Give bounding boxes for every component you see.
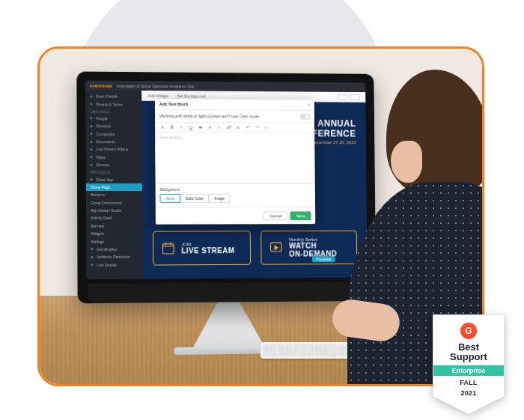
cta-live-stream[interactable]: JOIN LIVE STREAM (153, 231, 251, 265)
monitor: eventmobi Association of Senior Executiv… (76, 71, 376, 303)
sidebar-item-live-display[interactable]: Live Display (86, 261, 142, 269)
sidebar-item-companies[interactable]: Companies (86, 130, 142, 139)
sidebar-item-event-app[interactable]: Event App (86, 175, 142, 183)
monitor-chin (88, 281, 366, 303)
tab-add-widget[interactable]: Add Widget (147, 93, 168, 97)
sidebar-item-group-discussions[interactable]: Group Discussions (86, 198, 142, 206)
more-button[interactable]: ⋯ (263, 125, 269, 130)
sidebar-item-gamification[interactable]: Gamification (86, 245, 142, 253)
sidebar: Event Details Privacy & Terms LIBRARIES … (85, 90, 142, 279)
svg-rect-0 (162, 244, 174, 254)
add-text-block-modal: Add Text Block × Working with white or l… (155, 99, 315, 225)
photo-card: eventmobi Association of Senior Executiv… (37, 46, 484, 386)
g2-tier-band: Enterprise (433, 365, 504, 376)
dark-mode-row: Working with white or light-colored text… (155, 110, 314, 124)
align-button[interactable]: ≡ (235, 125, 241, 130)
g2-season: FALL (439, 379, 498, 386)
text-editor[interactable]: Start writing… (155, 133, 315, 185)
cta-row: JOIN LIVE STREAM Monthly Series WATCH ON… (153, 231, 357, 266)
strike-button[interactable]: S (198, 125, 204, 130)
modal-footer: Cancel Save (156, 207, 316, 225)
modal-header: Add Text Block × (155, 99, 314, 111)
sidebar-item-people[interactable]: People (85, 115, 141, 123)
italic-button[interactable]: I (178, 125, 184, 130)
sidebar-item-maps[interactable]: Maps (86, 153, 142, 161)
sidebar-item-banners[interactable]: Banners (86, 222, 142, 230)
link-button[interactable]: 🔗 (226, 125, 232, 130)
sidebar-item-event-details[interactable]: Event Details (85, 92, 141, 100)
seg-none[interactable]: None (160, 194, 180, 203)
sidebar-item-app-design-studio[interactable]: App Design Studio (86, 207, 142, 214)
sidebar-header-libraries: LIBRARIES (85, 108, 141, 115)
underline-button[interactable]: U (188, 125, 194, 130)
person-face (391, 141, 422, 183)
redo-button[interactable]: ↷ (254, 125, 260, 130)
modal-title: Add Text Block (159, 102, 189, 106)
tab-set-background[interactable]: Set Background (177, 94, 206, 98)
unordered-list-button[interactable]: • (216, 125, 222, 130)
g2-logo-icon: G (460, 323, 477, 339)
breadcrumb: Association of Senior Executive Assistan… (117, 83, 194, 88)
sidebar-item-audience-response[interactable]: Audience Response (86, 253, 142, 261)
sidebar-item-activity-feed[interactable]: Activity Feed (86, 214, 142, 222)
cta-join-big: LIVE STREAM (181, 246, 234, 255)
rte-toolbar: A B I U S ≡ • 🔗 ≡ ↶ ↷ ⋯ (155, 123, 314, 133)
g2-title-line2: Support (439, 352, 498, 362)
background-section: Background None Solid Color Image (156, 184, 316, 207)
undo-button[interactable]: ↶ (245, 125, 251, 130)
app-screen: eventmobi Association of Senior Executiv… (85, 81, 367, 280)
g2-badge: G Best Support Enterprise FALL 2021 (433, 314, 505, 414)
dark-mode-label: Working with white or light-colored text… (159, 114, 260, 119)
sidebar-header-products: PRODUCTS (86, 168, 142, 175)
dark-mode-toggle[interactable] (300, 114, 310, 120)
sidebar-item-documents[interactable]: Documents (86, 138, 142, 146)
seg-solid-color[interactable]: Solid Color (180, 194, 210, 203)
sidebar-item-widgets[interactable]: Widgets (86, 230, 142, 238)
background-segmented: None Solid Color Image (160, 194, 311, 203)
font-size-button[interactable]: A (159, 125, 165, 130)
sidebar-item-sections[interactable]: Sections (86, 191, 142, 198)
sidebar-item-settings[interactable]: Settings (86, 237, 142, 246)
close-icon[interactable]: × (308, 103, 310, 107)
save-button[interactable]: Save (290, 211, 311, 220)
monitor-bezel: eventmobi Association of Senior Executiv… (76, 71, 376, 303)
play-icon (269, 240, 283, 255)
brand-logo: eventmobi (90, 83, 112, 88)
seg-image[interactable]: Image (209, 194, 230, 203)
sidebar-item-home-page[interactable]: Home Page (86, 183, 142, 191)
sidebar-item-surveys[interactable]: Surveys (86, 161, 142, 168)
bold-button[interactable]: B (169, 125, 175, 130)
sidebar-item-privacy-terms[interactable]: Privacy & Terms (85, 100, 141, 109)
cta-watch-mid: WATCH (289, 242, 337, 250)
sidebar-item-sessions[interactable]: Sessions (86, 122, 142, 130)
background-label: Background (159, 187, 311, 192)
calendar-icon (161, 241, 176, 256)
g2-title-line1: Best (439, 342, 498, 353)
g2-year: 2021 (439, 389, 498, 397)
cancel-button[interactable]: Cancel (263, 211, 287, 220)
sidebar-item-livestream-videos[interactable]: Live Stream Videos (86, 145, 142, 153)
ordered-list-button[interactable]: ≡ (207, 125, 213, 130)
